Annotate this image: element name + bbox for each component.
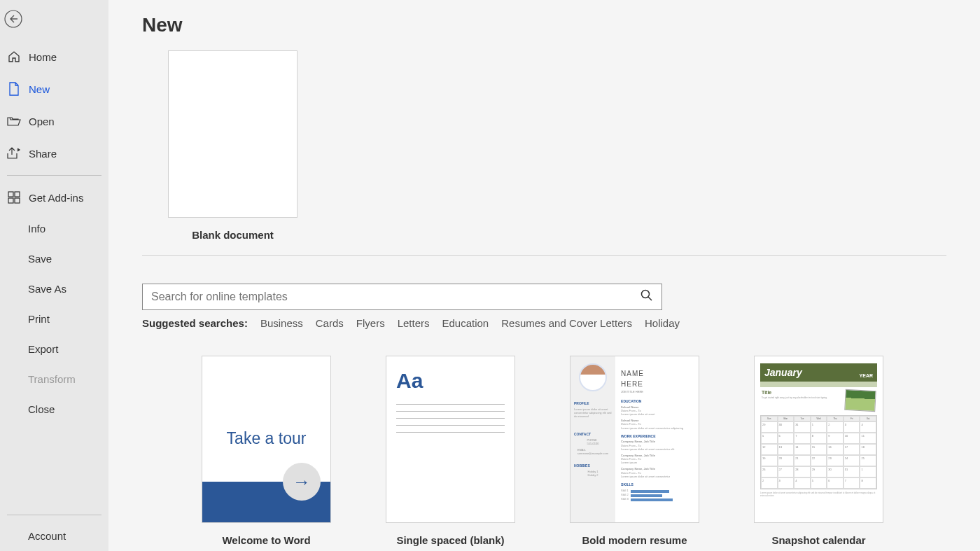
share-icon — [7, 146, 21, 160]
sidebar-item-print[interactable]: Print — [0, 304, 108, 334]
sidebar-item-label: Transform — [28, 373, 76, 385]
thumb-text: Aa — [396, 369, 505, 393]
sidebar-item-transform: Transform — [0, 364, 108, 394]
svg-rect-3 — [8, 198, 13, 203]
back-button[interactable] — [4, 10, 22, 28]
suggested-link-letters[interactable]: Letters — [398, 317, 430, 329]
template-blank-document[interactable]: Blank document — [168, 50, 298, 241]
svg-point-5 — [642, 291, 650, 298]
search-button[interactable] — [640, 289, 653, 305]
template-thumbnail — [168, 50, 298, 218]
search-box[interactable] — [142, 284, 662, 310]
sidebar-divider — [7, 175, 102, 176]
sidebar-item-share[interactable]: Share — [0, 137, 108, 169]
sidebar-item-saveas[interactable]: Save As — [0, 274, 108, 304]
suggested-link-cards[interactable]: Cards — [316, 317, 344, 329]
svg-rect-4 — [15, 198, 20, 203]
search-icon — [640, 289, 653, 302]
template-thumbnail: Take a tour → — [202, 356, 331, 523]
sidebar-item-label: Open — [29, 116, 55, 127]
addins-icon — [7, 190, 21, 204]
sidebar-item-account[interactable]: Account — [0, 521, 108, 551]
sidebar-item-label: Home — [29, 51, 57, 63]
sidebar-item-new[interactable]: New — [0, 73, 108, 105]
sidebar-item-label: Get Add-ins — [29, 192, 83, 204]
svg-rect-2 — [15, 192, 20, 197]
folder-open-icon — [7, 114, 21, 128]
thumb-text: Take a tour — [202, 429, 330, 448]
template-thumbnail: PROFILE Lorem ipsum dolor sit amet conse… — [570, 356, 699, 523]
suggested-link-business[interactable]: Business — [260, 317, 303, 329]
suggested-label: Suggested searches: — [142, 317, 248, 329]
sidebar-item-close[interactable]: Close — [0, 394, 108, 424]
suggested-link-resumes[interactable]: Resumes and Cover Letters — [501, 317, 632, 329]
main-content: New Blank document Suggested searches: B… — [108, 0, 980, 551]
sidebar-item-save[interactable]: Save — [0, 244, 108, 274]
suggested-link-holiday[interactable]: Holiday — [645, 317, 680, 329]
sidebar-item-label: Share — [29, 148, 57, 160]
template-label: Single spaced (blank) — [396, 534, 504, 546]
suggested-link-flyers[interactable]: Flyers — [356, 317, 385, 329]
template-snapshot-calendar[interactable]: January YEAR Title To get started right … — [754, 356, 883, 546]
sidebar-item-label: Close — [28, 403, 55, 415]
svg-line-6 — [648, 297, 652, 300]
sidebar-item-label: Print — [28, 313, 50, 325]
sidebar-item-label: Save As — [28, 283, 66, 295]
sidebar-item-label: New — [29, 83, 50, 95]
suggested-searches: Suggested searches: Business Cards Flyer… — [142, 317, 980, 329]
home-icon — [7, 50, 21, 64]
section-divider — [142, 255, 946, 256]
sidebar-item-open[interactable]: Open — [0, 105, 108, 137]
document-icon — [7, 82, 21, 96]
template-label: Bold modern resume — [582, 534, 687, 546]
template-single-spaced[interactable]: Aa Single spaced (blank) — [386, 356, 515, 546]
template-thumbnail: January YEAR Title To get started right … — [754, 356, 883, 523]
template-bold-modern-resume[interactable]: PROFILE Lorem ipsum dolor sit amet conse… — [570, 356, 699, 546]
arrow-right-icon: → — [283, 463, 321, 501]
svg-rect-1 — [8, 192, 13, 197]
template-thumbnail: Aa — [386, 356, 515, 523]
sidebar: Home New Open Share Get Add-ins Info Sav… — [0, 0, 108, 551]
template-label: Blank document — [192, 229, 274, 241]
sidebar-item-info[interactable]: Info — [0, 214, 108, 244]
back-arrow-icon — [4, 10, 22, 28]
sidebar-item-addins[interactable]: Get Add-ins — [0, 181, 108, 214]
template-label: Welcome to Word — [222, 534, 310, 546]
page-title: New — [142, 14, 980, 36]
sidebar-item-label: Account — [28, 530, 66, 542]
avatar-icon — [579, 363, 607, 391]
sidebar-divider — [7, 515, 102, 515]
sidebar-item-label: Save — [28, 253, 52, 265]
sidebar-item-export[interactable]: Export — [0, 334, 108, 364]
calendar-grid: SunMonTueWedThuFriSat 2930311234 5678910… — [760, 415, 877, 489]
template-label: Snapshot calendar — [771, 534, 865, 546]
photo-icon — [844, 389, 876, 412]
sidebar-item-label: Info — [28, 223, 46, 235]
suggested-link-education[interactable]: Education — [442, 317, 489, 329]
template-welcome-to-word[interactable]: Take a tour → Welcome to Word — [202, 356, 331, 546]
search-input[interactable] — [151, 291, 640, 303]
sidebar-item-home[interactable]: Home — [0, 41, 108, 73]
sidebar-item-label: Export — [28, 343, 58, 355]
